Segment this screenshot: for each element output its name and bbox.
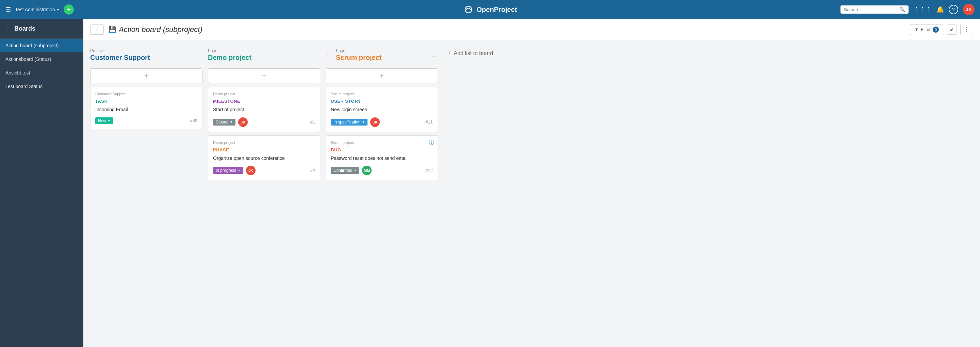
column-title-demo-project: Demo project (208, 54, 320, 62)
user-avatar[interactable]: JK (963, 4, 975, 15)
svg-point-0 (465, 6, 472, 13)
card-project-1: Demo project (213, 92, 315, 96)
status-dropdown-arrow-12: ▼ (353, 169, 356, 172)
status-badge-12[interactable]: Confirmed ▼ (331, 167, 360, 174)
hamburger-icon[interactable]: ☰ (5, 6, 11, 13)
avatar-card-2: JK (246, 166, 256, 175)
card-11: Scrum project USER STORY New login scree… (326, 87, 438, 132)
card-number-2: #2 (310, 168, 315, 173)
sidebar-item-ansicht-test[interactable]: Ansicht test (0, 66, 83, 80)
status-badge-1[interactable]: Closed ▼ (213, 119, 235, 126)
column-demo-project: Project Demo project + Demo project MILE… (208, 47, 320, 180)
sidebar-resize-handle[interactable]: ⋮ (0, 334, 83, 347)
sidebar-item-action-board[interactable]: Action board (subproject) (0, 39, 83, 53)
add-list-label: Add list to board (454, 50, 493, 56)
card-footer-1: Closed ▼ JK #1 (213, 117, 315, 127)
search-input[interactable] (844, 7, 897, 12)
board-title-area: 💾 Action board (subproject) (108, 25, 202, 34)
sidebar-item-test-board-status[interactable]: Test board Status (0, 80, 83, 93)
board-header: ← 💾 Action board (subproject) ▼ Filter 0… (83, 19, 980, 40)
column-title-customer-support: Customer Support (90, 54, 202, 62)
column-more-button[interactable]: … (433, 52, 438, 58)
app-logo-area: OpenProject (463, 5, 517, 14)
filter-label: Filter (921, 27, 931, 32)
card-footer-12: Confirmed ▼ MM #12 (331, 166, 433, 175)
search-box[interactable]: 🔍 (840, 5, 908, 14)
card-number-1: #1 (310, 119, 315, 124)
card-footer-2: In progress ▼ JK #2 (213, 166, 315, 175)
filter-button[interactable]: ▼ Filter 0 (910, 24, 943, 35)
card-number-89: #89 (190, 118, 197, 123)
drag-icon: ⋮⋮ (326, 53, 334, 57)
card-title-1: Start of project (213, 107, 315, 113)
add-button[interactable]: + (64, 5, 74, 14)
status-dropdown-arrow-1: ▼ (230, 121, 233, 124)
card-type-2: PHASE (213, 147, 315, 153)
sidebar-title: Boards (14, 25, 35, 32)
save-icon: 💾 (108, 26, 116, 33)
column-title-scrum-project: Scrum project (336, 54, 382, 62)
filter-icon: ▼ (914, 27, 919, 32)
project-name: Test Administration (15, 7, 55, 12)
chevron-down-icon: ▼ (56, 8, 60, 11)
card-project-89: Customer Support (95, 92, 197, 96)
add-list-to-board-button[interactable]: + Add list to board (443, 47, 497, 59)
card-2: Demo project PHASE Organize open source … (208, 135, 320, 181)
board-content: Project Customer Support + Customer Supp… (83, 40, 980, 347)
status-dropdown-arrow-89: ▼ (108, 119, 111, 123)
card-project-12: Scrum project (331, 140, 433, 145)
card-title-11: New login screen (331, 107, 433, 113)
notification-icon[interactable]: 🔔 (937, 6, 944, 13)
avatar-card-12: MM (362, 166, 372, 175)
card-number-12: #12 (425, 168, 433, 173)
back-button[interactable]: ← (90, 24, 104, 35)
board-header-actions: ▼ Filter 0 ⇙ ⋮ (910, 24, 973, 35)
status-badge-11[interactable]: In specification ▼ (331, 119, 368, 126)
app-name: OpenProject (477, 6, 517, 14)
card-1: Demo project MILESTONE Start of project … (208, 87, 320, 132)
card-footer-11: In specification ▼ JK #11 (331, 117, 433, 127)
column-header-customer-support: Project Customer Support (90, 47, 202, 65)
sidebar-item-aktionsboard[interactable]: Aktionsboard (Status) (0, 53, 83, 66)
sidebar: ← Boards Action board (subproject) Aktio… (0, 19, 83, 347)
add-card-button-customer-support[interactable]: + (90, 68, 202, 83)
card-type-12: BUG (331, 147, 433, 153)
avatar-card-1: JK (238, 117, 248, 127)
status-badge-2[interactable]: In progress ▼ (213, 167, 243, 174)
card-89: Customer Support TASK Incoming Email New… (90, 87, 202, 129)
status-badge-89[interactable]: New ▼ (95, 117, 113, 124)
card-type-1: MILESTONE (213, 99, 315, 104)
card-type-89: TASK (95, 99, 197, 104)
card-title-12: Password reset does not send email (331, 155, 433, 162)
top-navigation: ☰ Test Administration ▼ + OpenProject 🔍 … (0, 0, 980, 19)
card-title-2: Organize open source conference (213, 155, 315, 162)
card-project-2: Demo project (213, 140, 315, 145)
add-card-button-scrum-project[interactable]: + (326, 68, 438, 83)
more-options-button[interactable]: ⋮ (960, 24, 973, 35)
column-header-scrum-project: ⋮⋮ Project Scrum project … (326, 47, 438, 65)
column-header-demo-project: Project Demo project (208, 47, 320, 65)
grid-icon[interactable]: ⋮⋮⋮ (913, 6, 932, 13)
column-scrum-project: ⋮⋮ Project Scrum project … + Scrum proje… (326, 47, 438, 180)
column-customer-support: Project Customer Support + Customer Supp… (90, 47, 202, 129)
avatar-card-11: JK (370, 117, 380, 127)
card-project-11: Scrum project (331, 92, 433, 96)
status-dropdown-arrow-2: ▼ (237, 169, 240, 172)
column-project-label-2: Project (336, 48, 382, 53)
app-layout: ← Boards Action board (subproject) Aktio… (0, 19, 980, 347)
add-card-button-demo-project[interactable]: + (208, 68, 320, 83)
info-icon-card-12[interactable]: ⓘ (429, 139, 434, 146)
card-title-89: Incoming Email (95, 107, 197, 113)
status-dropdown-arrow-11: ▼ (362, 121, 365, 124)
expand-button[interactable]: ⇙ (947, 24, 957, 35)
plus-icon: + (447, 50, 451, 57)
search-icon: 🔍 (899, 7, 905, 12)
filter-count-badge: 0 (933, 27, 939, 33)
column-project-label-1: Project (208, 48, 320, 53)
sidebar-back-icon[interactable]: ← (5, 26, 11, 32)
board-title: Action board (subproject) (119, 25, 202, 34)
help-icon[interactable]: ? (949, 5, 958, 14)
card-number-11: #11 (425, 119, 433, 124)
project-selector[interactable]: Test Administration ▼ (15, 7, 60, 12)
card-type-11: USER STORY (331, 99, 433, 104)
